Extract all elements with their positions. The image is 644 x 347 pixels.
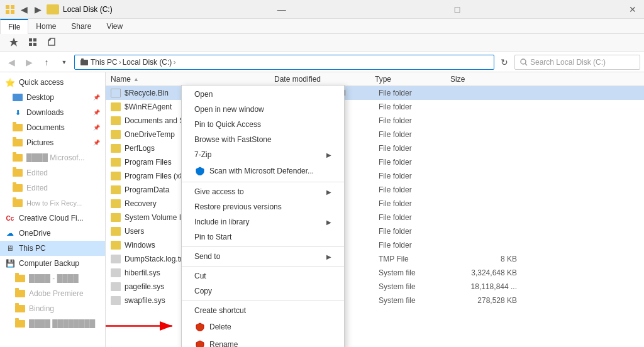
ctx-rename-label: Rename xyxy=(209,340,238,347)
ctx-open[interactable]: Open xyxy=(182,87,344,102)
sidebar-label-cc: Creative Cloud Fi... xyxy=(19,214,100,223)
ctx-browse-label: Browse with FastStone xyxy=(194,135,272,144)
ctx-shortcut-label: Create shortcut xyxy=(194,306,246,315)
sidebar-item-6[interactable]: Edited xyxy=(0,165,105,180)
ctx-open-new-label: Open in new window xyxy=(194,105,264,114)
ctx-7zip-arrow: ▶ xyxy=(326,151,331,158)
sidebar-item-downloads[interactable]: ⬇ Downloads 📌 xyxy=(0,105,105,120)
ctx-restore-prev[interactable]: Restore previous versions xyxy=(182,199,344,214)
ctx-cut[interactable]: Cut xyxy=(182,268,344,284)
tab-home[interactable]: Home xyxy=(28,19,64,33)
col-name[interactable]: Name ▲ xyxy=(111,75,274,84)
file-size: 18,118,844 ... xyxy=(454,282,517,291)
ctx-copy[interactable]: Copy xyxy=(182,284,344,299)
sidebar-label-downloads: Downloads xyxy=(26,108,89,117)
sidebar-label-thispc: This PC xyxy=(19,244,100,253)
folder-icon xyxy=(47,4,59,14)
svg-rect-0 xyxy=(6,5,9,9)
thispc-icon: 🖥 xyxy=(5,243,15,253)
path-segment-2: Local Disk (C:) xyxy=(123,58,172,67)
sidebar-item-sub3[interactable]: Binding xyxy=(0,301,105,316)
back-button[interactable]: ◀ xyxy=(4,55,19,70)
forward-button[interactable]: ▶ xyxy=(21,55,36,70)
ctx-create-shortcut[interactable]: Create shortcut xyxy=(182,303,344,318)
col-size[interactable]: Size xyxy=(450,75,513,84)
ctx-7zip[interactable]: 7-Zip ▶ xyxy=(182,147,344,162)
ctx-delete[interactable]: Delete xyxy=(182,318,344,336)
title-bar-title: Local Disk (C:) xyxy=(63,5,113,14)
ctx-rename[interactable]: Rename xyxy=(182,336,344,347)
path-separator-1: › xyxy=(119,58,121,67)
ctx-sep-3 xyxy=(182,266,344,267)
sidebar-label-sub4: ████ ████████ xyxy=(29,319,100,328)
address-path[interactable]: This PC › Local Disk (C:) › xyxy=(74,55,494,70)
sidebar-item-7[interactable]: Edited xyxy=(0,180,105,196)
svg-rect-8 xyxy=(33,43,36,46)
address-bar: ◀ ▶ ↑ ▼ This PC › Local Disk (C:) › ↻ Se… xyxy=(0,52,644,72)
refresh-button[interactable]: ↻ xyxy=(497,55,512,70)
context-menu: Open Open in new window Pin to Quick Acc… xyxy=(181,85,345,347)
sidebar-item-8[interactable]: How to Fix Recy... xyxy=(0,196,105,211)
ctx-sep-4 xyxy=(182,300,344,301)
minimize-button[interactable]: — xyxy=(275,4,288,14)
ctx-pin-start[interactable]: Pin to Start xyxy=(182,229,344,245)
sidebar-item-backup[interactable]: 💾 Computer Backup xyxy=(0,256,105,271)
folder-icon-row xyxy=(111,241,121,250)
sidebar-item-desktop[interactable]: Desktop 📌 xyxy=(0,90,105,105)
sidebar-item-sub1[interactable]: ████ - ████ xyxy=(0,271,105,286)
file-type: File folder xyxy=(379,89,454,97)
ctx-open-new-window[interactable]: Open in new window xyxy=(182,102,344,117)
sidebar-item-sub2[interactable]: Adobe Premiere xyxy=(0,286,105,301)
ctx-browse-faststone[interactable]: Browse with FastStone xyxy=(182,132,344,147)
ctx-send-to-arrow: ▶ xyxy=(326,253,331,260)
file-type: File folder xyxy=(379,102,454,111)
title-bar: ◀ ▶ Local Disk (C:) — □ ✕ xyxy=(0,0,644,19)
ribbon-btn-1[interactable] xyxy=(5,36,23,50)
file-icon-sys xyxy=(111,268,121,277)
ribbon-btn-2[interactable] xyxy=(24,36,42,50)
folder-icon-sub3 xyxy=(15,304,25,314)
ctx-pin-quick-access[interactable]: Pin to Quick Access xyxy=(182,117,344,132)
ctx-send-to[interactable]: Send to ▶ xyxy=(182,249,344,264)
folder-icon-row xyxy=(111,199,121,208)
ctx-scan-defender[interactable]: Scan with Microsoft Defender... xyxy=(182,162,344,180)
tab-file[interactable]: File xyxy=(0,19,28,34)
pin-icon: 📌 xyxy=(93,94,100,101)
file-size: 3,324,648 KB xyxy=(454,268,517,277)
ctx-include-library[interactable]: Include in library ▶ xyxy=(182,214,344,229)
ribbon-btn-3[interactable] xyxy=(43,36,60,50)
folder-icon-row xyxy=(111,144,121,153)
sidebar-label-backup: Computer Backup xyxy=(19,259,100,268)
search-placeholder: Search Local Disk (C:) xyxy=(530,58,606,67)
pin-icon-4: 📌 xyxy=(93,140,100,146)
folder-icon-sub1 xyxy=(15,273,25,284)
svg-marker-9 xyxy=(48,38,55,45)
sidebar-item-pictures[interactable]: Pictures 📌 xyxy=(0,135,105,150)
search-box[interactable]: Search Local Disk (C:) xyxy=(514,55,640,70)
recent-button[interactable]: ▼ xyxy=(57,55,72,70)
sidebar-item-onedrive[interactable]: ☁ OneDrive xyxy=(0,226,105,241)
sidebar-item-sub4[interactable]: ████ ████████ xyxy=(0,316,105,331)
sidebar-label-8: How to Fix Recy... xyxy=(26,199,100,207)
col-date[interactable]: Date modified xyxy=(274,75,375,84)
sidebar-item-5[interactable]: ████ Microsof... xyxy=(0,150,105,165)
sidebar-label-7: Edited xyxy=(26,184,100,192)
sidebar-item-creative-cloud[interactable]: Cc Creative Cloud Fi... xyxy=(0,211,105,226)
ctx-give-access[interactable]: Give access to ▶ xyxy=(182,184,344,199)
folder-icon-8 xyxy=(13,198,23,208)
file-type: System file xyxy=(379,296,454,305)
col-type[interactable]: Type xyxy=(375,75,450,84)
sidebar-item-quick-access[interactable]: ⭐ Quick access xyxy=(0,75,105,90)
star-icon: ⭐ xyxy=(5,77,15,87)
folder-icon-docs xyxy=(13,123,23,133)
tab-view[interactable]: View xyxy=(99,19,130,33)
folder-icon-row xyxy=(111,89,121,97)
close-button[interactable]: ✕ xyxy=(626,4,639,14)
sidebar-item-documents[interactable]: Documents 📌 xyxy=(0,120,105,135)
maximize-button[interactable]: □ xyxy=(451,4,464,14)
up-button[interactable]: ↑ xyxy=(39,55,54,70)
sidebar-item-thispc[interactable]: 🖥 This PC xyxy=(0,241,105,256)
tab-share[interactable]: Share xyxy=(64,19,99,33)
file-size: 8 KB xyxy=(454,255,517,263)
file-type: File folder xyxy=(379,130,454,139)
